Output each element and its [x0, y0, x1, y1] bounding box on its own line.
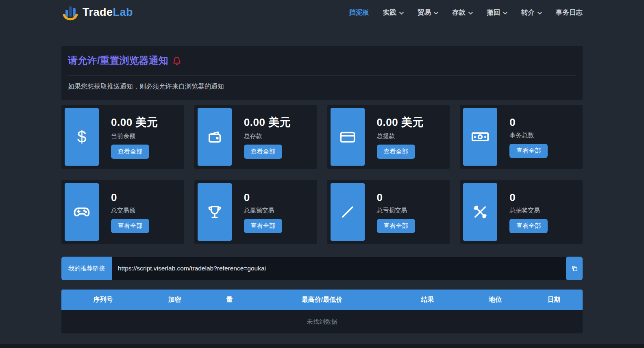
view-all-button[interactable]: 查看全部 [509, 219, 548, 233]
stat-value: 0 [244, 191, 317, 204]
nav-item-label: 撤回 [487, 8, 500, 17]
stat-card-4: 0事务总数查看全部 [460, 105, 583, 169]
stat-card-2: 0.00美元总存款查看全部 [194, 105, 317, 169]
view-all-button[interactable]: 查看全部 [244, 145, 282, 159]
notice-description: 如果您想获取推送通知，则必须允许来自浏览器的通知 [68, 82, 576, 91]
notice-title: 请允许/重置浏览器通知 [68, 54, 168, 67]
stat-card-6: 0总赢额交易查看全部 [194, 180, 317, 244]
view-all-button[interactable]: 查看全部 [509, 144, 548, 158]
stat-card-5: 0总交易额查看全部 [61, 180, 184, 244]
nav-item-label: 挡泥板 [349, 8, 370, 17]
referral-link-bar: 我的推荐链接 https://script.viserlab.com/trade… [61, 257, 583, 280]
stat-label: 事务总数 [509, 132, 583, 139]
stat-card-7: 0总亏损交易查看全部 [327, 180, 450, 244]
table-header-1: 序列号 [61, 290, 145, 310]
nav-item-3[interactable]: 贸易 [418, 8, 438, 17]
view-all-button[interactable]: 查看全部 [377, 145, 415, 159]
copy-button[interactable] [566, 257, 583, 280]
slash-icon [331, 183, 365, 241]
nav-item-1[interactable]: 挡泥板 [349, 8, 370, 17]
browser-notification-notice: 请允许/重置浏览器通知 如果您想获取推送通知，则必须允许来自浏览器的通知 [61, 46, 583, 100]
nav-item-2[interactable]: 实践 [383, 8, 404, 17]
nav-item-7[interactable]: 事务日志 [556, 8, 583, 17]
table-header-4: 最高价/最低价 [254, 290, 389, 310]
view-all-button[interactable]: 查看全部 [111, 145, 149, 159]
chevron-down-icon [503, 11, 507, 15]
stat-label: 总抽奖交易 [509, 207, 583, 214]
stat-value: 0 [509, 116, 583, 129]
nav-item-label: 实践 [383, 8, 396, 17]
table-header-5: 结果 [390, 290, 466, 310]
stat-value: 0.00美元 [377, 115, 450, 130]
view-all-button[interactable]: 查看全部 [377, 219, 415, 233]
stat-label: 总交易额 [111, 207, 184, 214]
stat-value: 0 [377, 191, 450, 204]
stat-label: 当前余额 [111, 132, 184, 140]
nav-item-label: 存款 [452, 8, 466, 17]
nav-item-5[interactable]: 撤回 [487, 8, 507, 17]
pencil-ruler-icon [463, 183, 497, 241]
stat-value: 0 [509, 191, 583, 204]
trophy-icon [198, 183, 232, 241]
stat-label: 总赢额交易 [244, 207, 317, 214]
table-header-6: 地位 [466, 290, 525, 310]
table-header-3: 量 [205, 290, 255, 310]
wallet-icon [198, 108, 232, 166]
nav-item-label: 贸易 [418, 8, 431, 17]
gamepad-icon [65, 183, 99, 241]
stat-value: 0 [111, 191, 184, 204]
table-header-2: 加密 [145, 290, 205, 310]
footer-strip [0, 344, 644, 348]
top-navbar: TradeLab 挡泥板实践贸易存款撤回转介事务日志 [0, 0, 644, 25]
notice-divider [68, 75, 576, 76]
stat-label: 总提款 [377, 132, 450, 140]
view-all-button[interactable]: 查看全部 [244, 219, 282, 233]
bell-icon[interactable] [172, 56, 181, 66]
table-header-7: 日期 [525, 290, 583, 310]
stat-label: 总存款 [244, 132, 317, 140]
banknote-icon [463, 108, 497, 166]
stat-value: 0.00美元 [111, 115, 184, 130]
stat-value: 0.00美元 [244, 115, 317, 130]
brand-logo-icon [61, 4, 79, 22]
stat-card-1: $0.00美元当前余额查看全部 [61, 105, 184, 169]
chevron-down-icon [537, 11, 542, 15]
brand-name: TradeLab [83, 6, 133, 19]
credit-card-icon [331, 108, 365, 166]
copy-icon [571, 265, 578, 272]
nav-item-label: 事务日志 [556, 8, 583, 17]
dollar-icon: $ [65, 108, 99, 166]
nav-menu: 挡泥板实践贸易存款撤回转介事务日志 [349, 8, 583, 17]
stat-label: 总亏损交易 [377, 207, 450, 214]
stat-card-8: 0总抽奖交易查看全部 [460, 180, 583, 244]
nav-item-4[interactable]: 存款 [452, 8, 473, 17]
stats-grid: $0.00美元当前余额查看全部0.00美元总存款查看全部0.00美元总提款查看全… [61, 105, 583, 244]
table-empty-state: 未找到数据 [61, 310, 583, 333]
chevron-down-icon [399, 11, 404, 15]
chevron-down-icon [434, 11, 438, 15]
view-all-button[interactable]: 查看全部 [111, 219, 149, 233]
referral-url-input[interactable]: https://script.viserlab.com/tradelab?ref… [112, 257, 566, 280]
nav-item-label: 转介 [521, 8, 535, 17]
trades-table: 序列号加密量最高价/最低价结果地位日期 未找到数据 [61, 290, 583, 333]
chevron-down-icon [468, 11, 473, 15]
stat-card-3: 0.00美元总提款查看全部 [327, 105, 450, 169]
brand-logo[interactable]: TradeLab [61, 4, 133, 22]
nav-item-6[interactable]: 转介 [521, 8, 542, 17]
referral-label: 我的推荐链接 [61, 257, 112, 280]
table-header-row: 序列号加密量最高价/最低价结果地位日期 [61, 290, 583, 310]
